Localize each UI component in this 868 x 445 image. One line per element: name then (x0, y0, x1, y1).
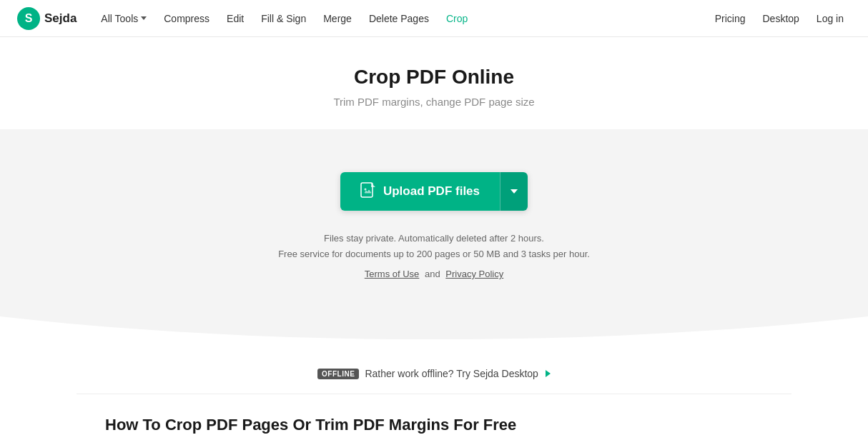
svg-rect-0 (361, 183, 373, 197)
nav-desktop[interactable]: Desktop (755, 9, 806, 29)
upload-button[interactable]: Upload PDF files (340, 172, 500, 211)
logo[interactable]: S Sejda (17, 7, 77, 30)
nav-pricing[interactable]: Pricing (708, 9, 753, 29)
main-content: Crop PDF Online Trim PDF margins, change… (0, 37, 868, 445)
nav-right: Pricing Desktop Log in (708, 9, 851, 29)
nav-all-tools[interactable]: All Tools (94, 9, 154, 29)
privacy-link[interactable]: Privacy Policy (445, 269, 503, 279)
upload-dropdown-button[interactable] (500, 172, 528, 211)
nav-login[interactable]: Log in (809, 9, 851, 29)
page-subtitle: Trim PDF margins, change PDF page size (14, 96, 854, 108)
hero-section: Crop PDF Online Trim PDF margins, change… (0, 37, 868, 122)
upload-info-line2: Free service for documents up to 200 pag… (278, 246, 590, 262)
logo-icon: S (17, 7, 40, 30)
offline-text: Rather work offline? Try Sejda Desktop (365, 368, 538, 379)
upload-info: Files stay private. Automatically delete… (278, 231, 590, 282)
upload-info-line1: Files stay private. Automatically delete… (278, 231, 590, 246)
terms-link[interactable]: Terms of Use (365, 269, 420, 279)
nav-fill-sign[interactable]: Fill & Sign (254, 9, 313, 29)
navbar: S Sejda All Tools Compress Edit Fill & S… (0, 0, 868, 37)
pdf-upload-icon (360, 182, 376, 201)
offline-chevron-icon (546, 370, 551, 377)
upload-button-group: Upload PDF files (340, 172, 528, 211)
and-text: and (425, 269, 440, 279)
page-title: Crop PDF Online (14, 66, 854, 89)
nav-delete-pages[interactable]: Delete Pages (362, 9, 436, 29)
nav-merge[interactable]: Merge (316, 9, 359, 29)
chevron-down-icon (141, 16, 147, 20)
logo-name: Sejda (44, 11, 77, 26)
nav-crop[interactable]: Crop (439, 9, 475, 29)
offline-badge: OFFLINE (317, 369, 359, 379)
nav-left: All Tools Compress Edit Fill & Sign Merg… (94, 9, 707, 29)
nav-edit[interactable]: Edit (220, 9, 251, 29)
dropdown-chevron-icon (511, 189, 518, 194)
svg-point-1 (364, 189, 366, 191)
nav-compress[interactable]: Compress (157, 9, 217, 29)
offline-banner[interactable]: OFFLINE Rather work offline? Try Sejda D… (317, 368, 551, 379)
how-to-section: How To Crop PDF Pages Or Trim PDF Margin… (77, 394, 791, 445)
how-to-title: How To Crop PDF Pages Or Trim PDF Margin… (105, 416, 763, 434)
upload-section: Upload PDF files Files stay private. Aut… (0, 129, 868, 339)
